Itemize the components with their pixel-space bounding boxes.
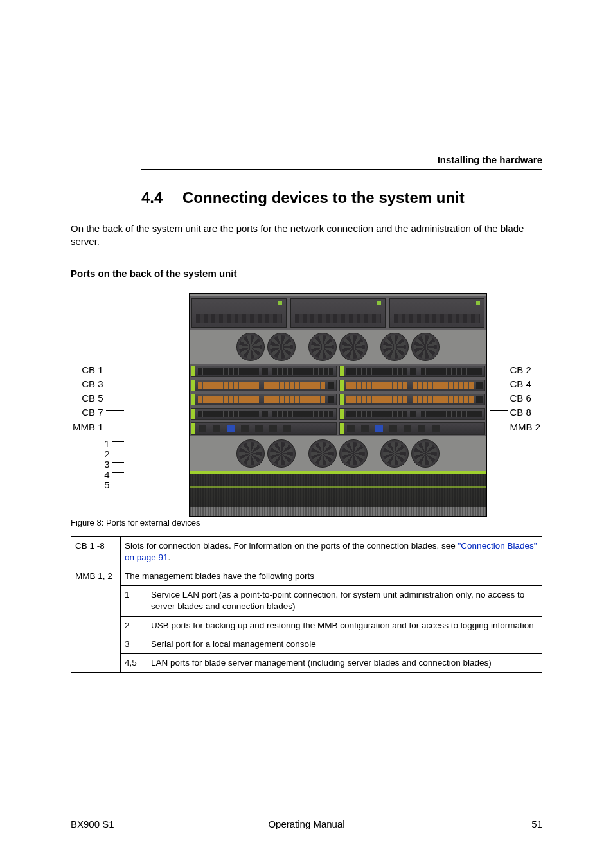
callout-num-5: 5 bbox=[71, 480, 127, 490]
cell-port-desc: LAN ports for blade server management (i… bbox=[147, 654, 542, 673]
ports-table: CB 1 -8 Slots for connection blades. For… bbox=[71, 536, 542, 673]
section-title-text: Connecting devices to the system unit bbox=[182, 189, 465, 206]
callout-num-4: 4 bbox=[71, 470, 127, 480]
cell-port-desc: USB ports for backing up and restoring t… bbox=[147, 616, 542, 635]
running-header: Installing the hardware bbox=[141, 154, 542, 170]
callout-mmb1: MMB 1 bbox=[71, 420, 127, 435]
callout-mmb2: MMB 2 bbox=[487, 420, 543, 435]
cell-port-num: 1 bbox=[121, 586, 147, 616]
table-row: MMB 1, 2 The management blades have the … bbox=[71, 567, 542, 585]
figure-caption: Figure 8: Ports for external devices bbox=[71, 518, 542, 527]
subsection-heading: Ports on the back of the system unit bbox=[71, 268, 542, 279]
callout-cb1: CB 1 bbox=[71, 363, 127, 377]
table-row: 2 USB ports for backing up and restoring… bbox=[71, 616, 542, 635]
page-footer: BX900 S1 Operating Manual 51 bbox=[71, 813, 542, 829]
table-row: 4,5 LAN ports for blade server managemen… bbox=[71, 654, 542, 673]
footer-center: Operating Manual bbox=[71, 819, 542, 829]
cell-cb-key: CB 1 -8 bbox=[71, 536, 121, 567]
callout-num-3: 3 bbox=[71, 459, 127, 470]
section-title: 4.4Connecting devices to the system unit bbox=[141, 189, 542, 207]
cell-port-desc: Service LAN port (as a point-to-point co… bbox=[147, 586, 542, 616]
callout-cb3: CB 3 bbox=[71, 377, 127, 391]
figure: CB 1 CB 3 CB 5 CB 7 MMB 1 1 2 3 4 5 bbox=[71, 293, 542, 517]
cell-port-num: 4,5 bbox=[121, 654, 147, 673]
chassis-figure bbox=[189, 293, 487, 517]
callout-cb6: CB 6 bbox=[487, 391, 543, 405]
callout-cb2: CB 2 bbox=[487, 363, 543, 377]
callout-cb4: CB 4 bbox=[487, 377, 543, 391]
cell-mmb-intro: The management blades have the following… bbox=[121, 567, 542, 585]
callout-num-2: 2 bbox=[71, 449, 127, 459]
table-row: CB 1 -8 Slots for connection blades. For… bbox=[71, 536, 542, 567]
callout-cb8: CB 8 bbox=[487, 405, 543, 420]
callout-cb7: CB 7 bbox=[71, 405, 127, 420]
cell-mmb-key: MMB 1, 2 bbox=[71, 567, 121, 672]
cell-cb-desc: Slots for connection blades. For informa… bbox=[121, 536, 542, 567]
callout-num-1: 1 bbox=[71, 439, 127, 449]
intro-paragraph: On the back of the system unit are the p… bbox=[71, 222, 542, 249]
cell-port-num: 2 bbox=[121, 616, 147, 635]
cell-port-desc: Serial port for a local management conso… bbox=[147, 635, 542, 653]
callout-cb5: CB 5 bbox=[71, 391, 127, 405]
cell-port-num: 3 bbox=[121, 635, 147, 653]
section-number: 4.4 bbox=[141, 189, 182, 207]
table-row: 1 Service LAN port (as a point-to-point … bbox=[71, 586, 542, 616]
table-row: 3 Serial port for a local management con… bbox=[71, 635, 542, 653]
